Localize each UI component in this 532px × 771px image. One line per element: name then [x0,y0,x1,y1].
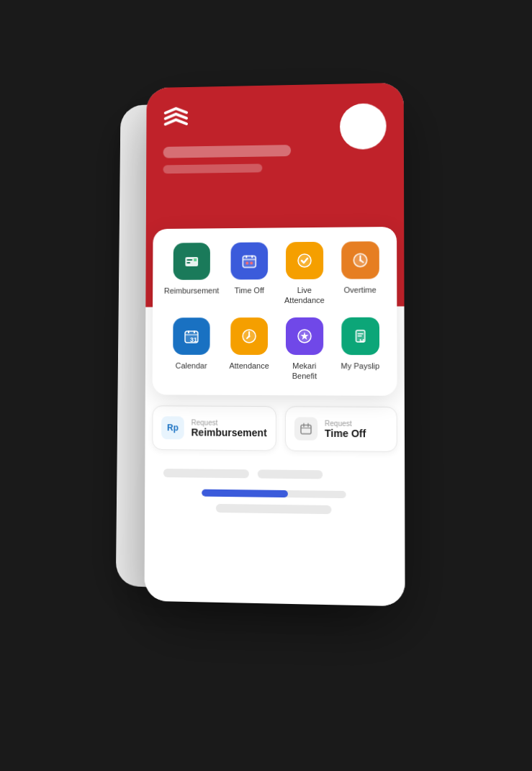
reimbursement-btn-text: Request Reimbursement [191,418,266,438]
my-payslip-label: My Payslip [341,360,379,371]
rp-icon: Rp [161,416,184,439]
menu-card: Reimbursement Time [152,226,397,395]
request-reimbursement-button[interactable]: Rp Request Reimbursement [152,405,276,451]
time-off-icon [230,242,268,279]
reimbursement-icon [173,243,209,280]
avatar [340,103,387,150]
menu-item-my-payslip[interactable]: My Payslip [335,317,385,381]
phone-card: Reimbursement Time [144,82,405,606]
calendar-label: Calendar [175,360,207,370]
content-bar-2 [257,469,322,479]
scene: Reimbursement Time [86,62,446,710]
svg-rect-34 [300,425,310,433]
content-bar-1 [163,469,248,478]
live-attendance-label: Live Attendance [279,284,329,305]
menu-item-mekari-benefit[interactable]: Mekari Benefit [279,317,329,381]
bottom-content [151,456,397,526]
menu-item-live-attendance[interactable]: Live Attendance [279,241,329,305]
attendance-label: Attendance [229,360,269,370]
time-off-btn-label: Request [325,419,366,427]
time-off-btn-text: Request Time Off [325,419,366,439]
request-time-off-button[interactable]: Request Time Off [284,406,397,452]
calendar-small-icon [294,417,317,440]
reimbursement-btn-label: Request [191,418,266,426]
calendar-icon: 31 [173,317,209,354]
reimbursement-btn-value: Reimbursement [191,425,266,438]
overtime-icon [341,241,379,279]
menu-item-time-off[interactable]: Time Off [225,242,274,305]
attendance-icon [230,317,268,354]
app-logo [163,107,188,127]
user-sub-bar [163,163,262,173]
quick-actions: Rp Request Reimbursement Re [152,405,397,452]
progress-bar-wrap [202,489,346,498]
mekari-benefit-label: Mekari Benefit [279,360,329,381]
progress-fill [202,489,288,497]
menu-item-attendance[interactable]: Attendance [224,317,274,381]
svg-text:31: 31 [189,335,197,343]
reimbursement-label: Reimbursement [163,285,218,295]
menu-grid: Reimbursement Time [163,241,385,382]
bar-row-1 [163,469,385,479]
menu-item-overtime[interactable]: Overtime [335,241,385,305]
svg-rect-0 [185,257,198,266]
time-off-btn-value: Time Off [325,427,366,439]
content-bar-3 [215,503,331,513]
mekari-benefit-icon [285,317,323,354]
live-attendance-icon [285,241,323,279]
overtime-label: Overtime [343,284,376,295]
svg-rect-3 [243,256,256,267]
menu-item-calendar[interactable]: 31 Calendar [163,317,219,380]
time-off-label: Time Off [234,285,263,295]
menu-item-reimbursement[interactable]: Reimbursement [163,243,219,306]
my-payslip-icon [341,317,379,354]
user-name-bar [163,145,291,158]
